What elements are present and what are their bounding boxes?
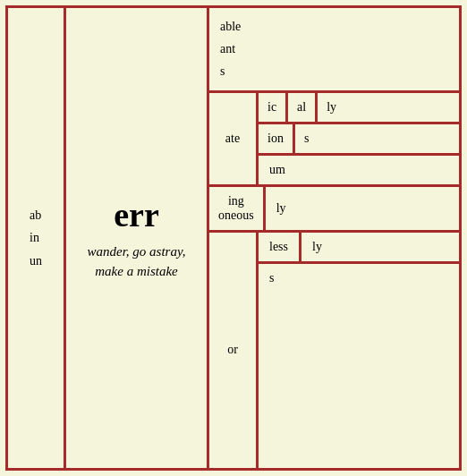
- ate-sub-row2: ion s: [259, 124, 459, 156]
- suffix-al: al: [288, 93, 318, 122]
- prefix-list: ab in un: [30, 204, 42, 272]
- suffix-ic: ic: [259, 93, 288, 122]
- main-container: ab in un err wander, go astray, make a m…: [5, 5, 462, 471]
- suffix-row-or: or less ly s: [209, 233, 459, 468]
- suffix-ing-label: ing oneous: [209, 187, 266, 230]
- suffix-s-ate: s: [295, 124, 318, 153]
- prefix-column: ab in un: [8, 8, 66, 468]
- suffix-or-label: or: [209, 233, 259, 468]
- suffix-ate-label: ate: [209, 93, 259, 184]
- or-sub-grid: less ly s: [259, 233, 459, 468]
- ate-sub-row3: um: [259, 156, 459, 184]
- word-definition: wander, go astray, make a mistake: [75, 242, 198, 282]
- suffix-able: able: [220, 15, 448, 38]
- root-word: err: [114, 195, 159, 234]
- suffix-ly-ate: ly: [318, 93, 345, 122]
- suffix-row-ing: ing oneous ly: [209, 187, 459, 233]
- main-word-column: err wander, go astray, make a mistake: [66, 8, 209, 468]
- suffix-less: less: [259, 233, 301, 261]
- suffix-ly-ing: ly: [266, 187, 297, 230]
- ate-sub-grid: ic al ly ion s um: [259, 93, 459, 184]
- suffix-ant: ant: [220, 38, 448, 60]
- suffix-row-ate: ate ic al ly ion s um: [209, 93, 459, 187]
- prefix-item-un: un: [30, 250, 42, 272]
- prefix-item-ab: ab: [30, 204, 42, 226]
- suffix-s-top: s: [220, 60, 448, 82]
- or-sub-row1: less ly: [259, 233, 459, 264]
- suffix-ly-or: ly: [301, 233, 333, 261]
- suffix-ion: ion: [259, 124, 295, 153]
- prefix-item-in: in: [30, 226, 42, 249]
- suffix-column: able ant s ate ic al ly ion s um: [209, 8, 459, 468]
- or-sub-row2: s: [259, 264, 459, 293]
- suffix-row-top: able ant s: [209, 8, 459, 93]
- ate-sub-row1: ic al ly: [259, 93, 459, 124]
